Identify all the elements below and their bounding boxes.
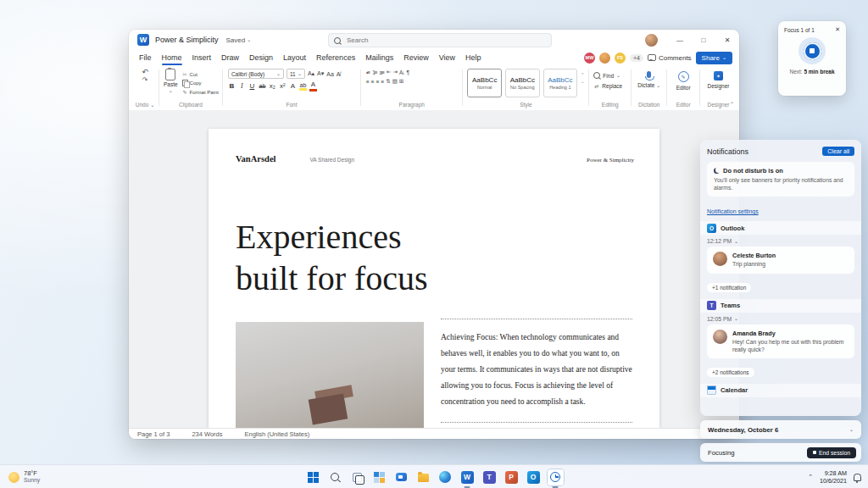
outlook-group-header[interactable]: O Outlook <box>700 221 861 235</box>
find-button[interactable]: Find⌄ <box>593 72 626 79</box>
bold-button[interactable]: B <box>228 83 236 91</box>
outlook-taskbar-button[interactable]: O <box>526 469 542 485</box>
undo-icon[interactable]: ↶ <box>142 69 148 76</box>
file-explorer-button[interactable] <box>415 469 431 485</box>
highlight-button[interactable]: ab <box>299 82 307 92</box>
shrink-font-button[interactable]: A▾ <box>317 70 324 77</box>
calendar-date-card[interactable]: Wednesday, October 6 ⌄ <box>700 420 861 439</box>
outlook-notification[interactable]: Celeste Burton Trip planning <box>707 247 854 273</box>
show-hidden-icons-chevron[interactable]: ⌃ <box>808 474 813 480</box>
outlook-time-row[interactable]: 12:12 PM ⌄ <box>707 238 854 244</box>
designer-button[interactable]: ✦ Designer <box>703 69 734 89</box>
dictate-button[interactable]: Dictate ⌄ <box>634 69 664 88</box>
borders-icon[interactable]: ⊞ <box>399 78 403 85</box>
document-body-text[interactable]: Achieving Focus: When technology communi… <box>441 330 632 410</box>
copy-button[interactable]: Copy <box>182 80 219 86</box>
brand-logo[interactable]: VanArsdel <box>236 154 275 164</box>
word-count[interactable]: 234 Words <box>192 430 222 438</box>
format-painter-button[interactable]: ✎Format Paint <box>182 89 219 95</box>
task-view-button[interactable] <box>349 469 365 485</box>
collaborator-avatar[interactable]: MW <box>584 53 595 64</box>
menu-tab-home[interactable]: Home <box>157 50 187 65</box>
calendar-group-header[interactable]: Calendar <box>700 384 861 397</box>
editor-button[interactable]: ✎ Editor <box>670 69 697 91</box>
replace-button[interactable]: ⇄Replace <box>593 83 626 89</box>
comments-button[interactable]: Comments <box>648 54 692 62</box>
clock-app-button[interactable] <box>548 469 564 485</box>
menu-tab-design[interactable]: Design <box>244 50 278 65</box>
weather-widget[interactable]: 78°F Sunny <box>8 469 40 484</box>
subscript-button[interactable]: x₂ <box>269 83 276 91</box>
word-taskbar-button[interactable]: W <box>459 469 476 485</box>
collapse-ribbon-icon[interactable]: ⌃ <box>730 101 734 107</box>
menu-tab-review[interactable]: Review <box>398 50 434 65</box>
font-name-select[interactable]: Calibri (Body)⌄ <box>228 69 284 79</box>
text-effects-button[interactable]: A <box>289 83 297 91</box>
decrease-indent-icon[interactable]: ⇤ <box>387 69 390 75</box>
user-avatar[interactable] <box>645 34 658 47</box>
strikethrough-button[interactable]: ab <box>259 83 266 90</box>
menu-tab-references[interactable]: References <box>311 50 360 65</box>
font-color-button[interactable]: A <box>309 81 317 92</box>
do-not-disturb-card[interactable]: Do not disturb is on You'll only see ban… <box>707 162 854 197</box>
underline-button[interactable]: U <box>248 83 256 91</box>
maximize-button[interactable]: □ <box>692 30 715 50</box>
search-box[interactable] <box>328 33 552 47</box>
document-page[interactable]: VanArsdel VA Shared Design Power & Simpl… <box>209 129 659 428</box>
menu-tab-draw[interactable]: Draw <box>216 50 244 65</box>
collaborator-avatar[interactable]: FS <box>615 53 626 64</box>
cut-button[interactable]: ✂Cut <box>182 71 219 77</box>
clock-date-widget[interactable]: 9:28 AM 10/6/2021 <box>820 469 847 485</box>
menu-tab-help[interactable]: Help <box>460 50 487 65</box>
search-input[interactable] <box>345 36 546 45</box>
font-size-select[interactable]: 11⌄ <box>287 69 305 79</box>
page-count[interactable]: Page 1 of 3 <box>137 430 170 438</box>
share-button[interactable]: Share ⌄ <box>696 52 732 64</box>
menu-tab-insert[interactable]: Insert <box>187 50 217 65</box>
minimize-button[interactable]: — <box>668 30 692 50</box>
clear-all-button[interactable]: Clear all <box>822 147 854 156</box>
chat-button[interactable] <box>393 469 409 485</box>
multilevel-list-icon[interactable]: a≡ <box>380 69 384 75</box>
teams-time-row[interactable]: 12:05 PM ⌄ <box>707 316 854 322</box>
change-case-button[interactable]: Aa <box>326 71 334 77</box>
menu-tab-view[interactable]: View <box>434 50 460 65</box>
powerpoint-taskbar-button[interactable]: P <box>504 469 520 485</box>
style-heading-1[interactable]: AaBbCc Heading 1 <box>543 69 578 97</box>
menu-tab-file[interactable]: File <box>134 50 157 65</box>
collaborator-overflow-badge[interactable]: +4 <box>630 54 643 62</box>
bullets-icon[interactable]: •≡ <box>366 69 370 75</box>
notification-settings-link[interactable]: Notification settings <box>707 208 759 214</box>
grow-font-button[interactable]: A▴ <box>308 70 314 77</box>
teams-taskbar-button[interactable]: T <box>481 469 498 485</box>
document-heading[interactable]: Experiences built for focus <box>236 216 428 299</box>
align-right-icon[interactable]: ≡ <box>376 79 379 85</box>
collaborator-avatar[interactable] <box>599 53 610 64</box>
sort-icon[interactable]: A↓ <box>399 69 404 75</box>
header-right-text[interactable]: Power & Simplicity <box>587 157 634 164</box>
styles-scroll-down-icon[interactable]: ⌄ <box>581 79 584 84</box>
start-button[interactable] <box>305 469 321 485</box>
language-status[interactable]: English (United States) <box>245 430 310 438</box>
focus-stop-button[interactable] <box>798 37 826 64</box>
widgets-button[interactable] <box>371 469 387 485</box>
italic-button[interactable]: I <box>238 83 246 91</box>
styles-scroll-up-icon[interactable]: ⌃ <box>581 72 584 77</box>
edge-button[interactable] <box>437 469 453 485</box>
teams-group-header[interactable]: T Teams <box>700 299 861 313</box>
line-spacing-icon[interactable]: ⇅ <box>386 78 389 85</box>
save-status[interactable]: Saved ⌄ <box>226 36 252 44</box>
increase-indent-icon[interactable]: ⇥ <box>392 69 396 75</box>
align-left-icon[interactable]: ≡ <box>366 79 369 85</box>
taskbar-search-button[interactable] <box>327 469 343 485</box>
teams-notification[interactable]: Amanda Brady Hey! Can you help me out wi… <box>707 324 854 358</box>
numbering-icon[interactable]: 1≡ <box>372 69 376 75</box>
more-notifications-pill[interactable]: +2 notifications <box>707 368 754 377</box>
menu-tab-layout[interactable]: Layout <box>278 50 311 65</box>
document-image[interactable] <box>236 322 424 428</box>
style-no-spacing[interactable]: AaBbCc No Spacing <box>505 69 540 97</box>
redo-icon[interactable]: ↷ <box>142 77 148 84</box>
superscript-button[interactable]: x² <box>279 83 287 91</box>
pilcrow-icon[interactable]: ¶ <box>406 69 409 75</box>
more-notifications-pill[interactable]: +1 notification <box>707 283 751 292</box>
